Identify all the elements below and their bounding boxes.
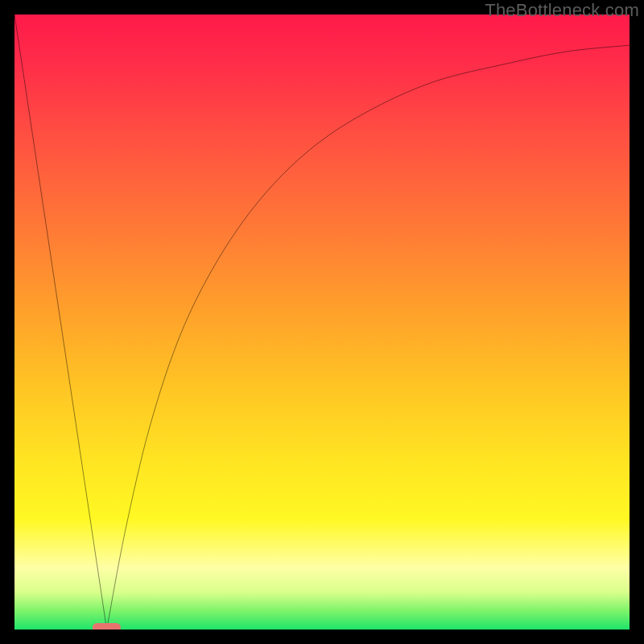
curve-left-segment — [14, 14, 107, 630]
chart-frame: TheBottleneck.com — [0, 0, 644, 644]
minimum-marker — [93, 623, 120, 630]
bottleneck-curve — [14, 14, 630, 630]
plot-area — [14, 14, 630, 630]
watermark-text: TheBottleneck.com — [485, 0, 639, 21]
curve-right-segment — [107, 45, 630, 630]
